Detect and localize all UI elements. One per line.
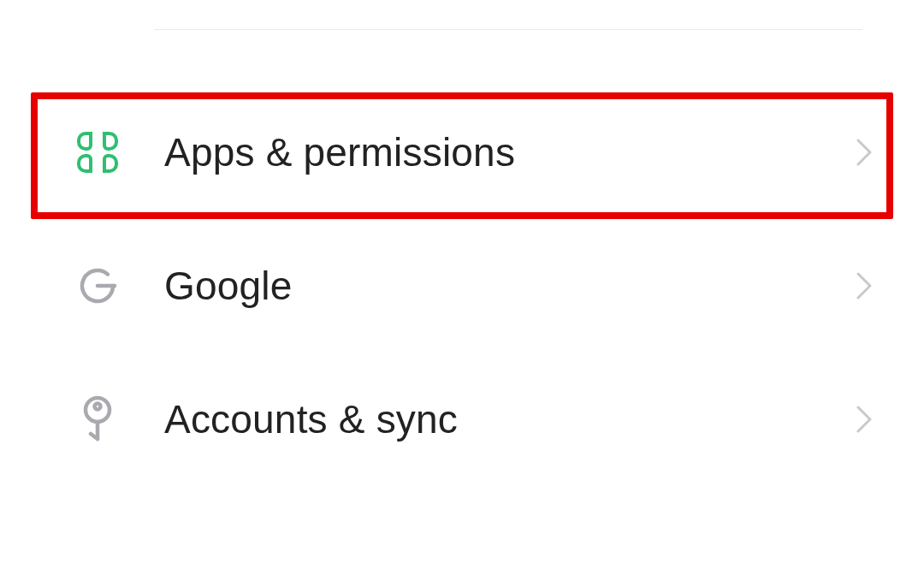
settings-item-label: Apps & permissions: [164, 129, 852, 175]
settings-screen: Apps & permissions Google: [0, 0, 924, 581]
key-icon: [74, 395, 121, 443]
settings-item-google[interactable]: Google: [0, 219, 924, 353]
settings-item-label: Accounts & sync: [164, 396, 852, 442]
settings-item-label: Google: [164, 263, 852, 309]
settings-item-apps-permissions[interactable]: Apps & permissions: [0, 86, 924, 219]
divider: [154, 29, 862, 30]
chevron-right-icon: [852, 140, 876, 164]
google-icon: [74, 262, 121, 310]
apps-icon: [74, 128, 121, 176]
settings-item-accounts-sync[interactable]: Accounts & sync: [0, 353, 924, 486]
chevron-right-icon: [852, 407, 876, 431]
chevron-right-icon: [852, 274, 876, 298]
settings-list: Apps & permissions Google: [0, 86, 924, 486]
svg-point-2: [95, 404, 101, 410]
